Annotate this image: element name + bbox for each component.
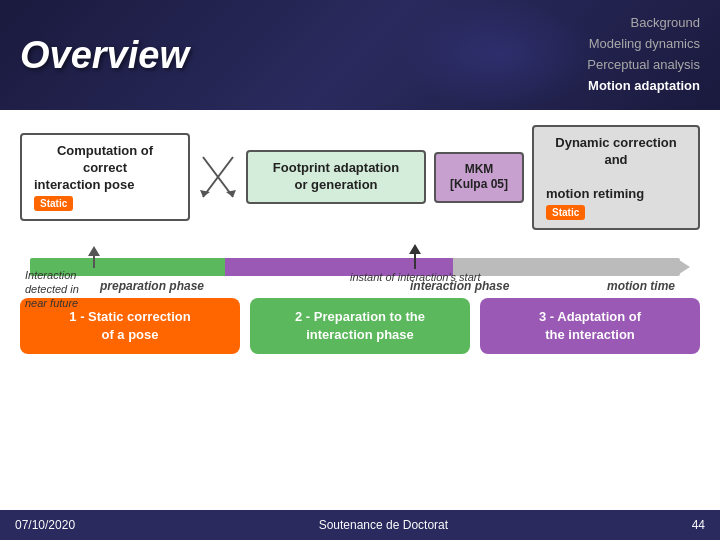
header-nav: Background Modeling dynamics Perceptual … <box>587 13 700 96</box>
bottom-box-3: 3 - Adaptation of the interaction <box>480 298 700 354</box>
box-dynamic: Dynamic correction and motion retiming S… <box>532 125 700 230</box>
bottom-box-1-line2: of a pose <box>32 326 228 344</box>
box-computation: Computation of correct interaction pose … <box>20 133 190 221</box>
computation-line1: Computation of correct <box>34 143 176 177</box>
computation-badge: Static <box>34 196 73 211</box>
nav-item-modeling: Modeling dynamics <box>587 34 700 55</box>
footprint-line1: Footprint adaptation <box>273 160 399 175</box>
bottom-row: 1 - Static correction of a pose 2 - Prep… <box>20 298 700 354</box>
phase-motion-label: motion time <box>607 279 675 293</box>
interaction-detected: Interaction detected in near future <box>25 268 79 311</box>
footprint-line2: or generation <box>294 177 377 192</box>
computation-line2: interaction pose <box>34 177 134 194</box>
dynamic-badge: Static <box>546 205 585 220</box>
timeline-area: instant of interaction's start preparati… <box>20 238 700 293</box>
start-arrow-up <box>409 244 421 254</box>
left-marker <box>88 246 100 268</box>
top-boxes-row: Computation of correct interaction pose … <box>20 125 700 230</box>
detected-line2: detected in <box>25 282 79 296</box>
page-title: Overview <box>20 34 189 77</box>
bottom-box-3-line1: 3 - Adaptation of <box>492 308 688 326</box>
footer-center: Soutenance de Doctorat <box>319 518 448 532</box>
detected-line1: Interaction <box>25 268 79 282</box>
mkm-line2: [Kulpa 05] <box>448 177 510 193</box>
header: Overview Background Modeling dynamics Pe… <box>0 0 720 110</box>
left-arrow-line <box>93 256 95 268</box>
footer-page: 44 <box>692 518 705 532</box>
box-footprint: Footprint adaptation or generation <box>246 150 426 204</box>
phase-preparation-label: preparation phase <box>100 279 204 293</box>
phase-interaction-label: interaction phase <box>410 279 509 293</box>
box-mkm: MKM [Kulpa 05] <box>434 152 524 203</box>
timeline-arrow-right <box>676 258 690 276</box>
footer: 07/10/2020 Soutenance de Doctorat 44 <box>0 510 720 540</box>
nav-item-perceptual: Perceptual analysis <box>587 55 700 76</box>
start-arrow-line <box>414 254 416 269</box>
left-arrow-up <box>88 246 100 256</box>
cross-arrows-1 <box>198 152 238 202</box>
bottom-box-2-line1: 2 - Preparation to the <box>262 308 458 326</box>
bottom-box-2-line2: interaction phase <box>262 326 458 344</box>
header-bg-decoration <box>400 0 600 110</box>
dynamic-line2: motion retiming <box>546 186 644 203</box>
bottom-box-2: 2 - Preparation to the interaction phase <box>250 298 470 354</box>
footer-date: 07/10/2020 <box>15 518 75 532</box>
mkm-line1: MKM <box>448 162 510 178</box>
detected-line3: near future <box>25 296 79 310</box>
nav-item-motion: Motion adaptation <box>587 76 700 97</box>
bar-gray <box>453 258 681 276</box>
bottom-box-3-line2: the interaction <box>492 326 688 344</box>
nav-item-background: Background <box>587 13 700 34</box>
main-content: Computation of correct interaction pose … <box>0 110 720 510</box>
interaction-start-marker: instant of interaction's start <box>350 244 481 283</box>
dynamic-line1: Dynamic correction and <box>546 135 686 169</box>
